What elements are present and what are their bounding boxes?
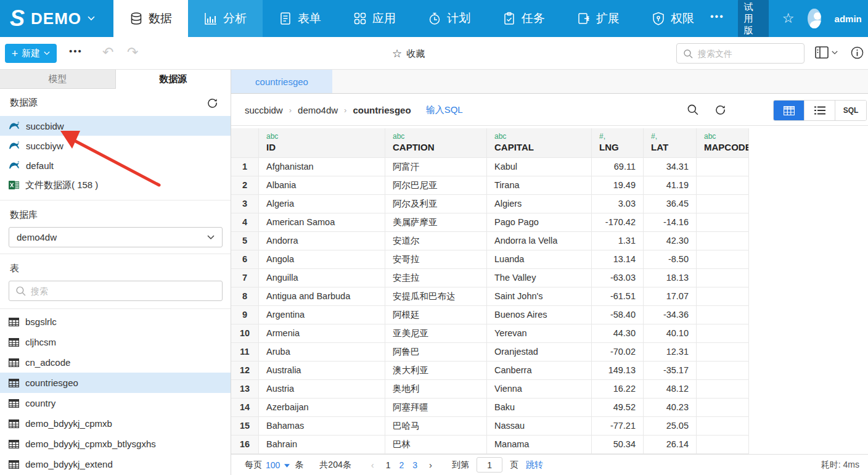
table-name: bsgslrlc: [25, 316, 57, 327]
table-row[interactable]: 13Austria奥地利Vienna16.2248.12: [231, 380, 749, 399]
nav-item-permission[interactable]: 权限: [636, 0, 710, 37]
per-page-select[interactable]: 100: [266, 460, 280, 470]
table-row[interactable]: 9Argentina阿根廷Buenos Aires-58.40-34.36: [231, 306, 749, 324]
row-number: 6: [231, 250, 259, 269]
undo-button[interactable]: ↶: [102, 44, 113, 60]
cell-caption: 阿根廷: [385, 306, 487, 324]
column-header-id[interactable]: abcID: [259, 128, 385, 158]
refresh-button[interactable]: [207, 97, 218, 109]
table-row[interactable]: 5Andorra安道尔Andorra la Vella1.3142.30: [231, 232, 749, 250]
table-row[interactable]: 7Anguilla安圭拉The Valley-63.0318.13: [231, 269, 749, 287]
breadcrumb-item-countriesgeo[interactable]: countriesgeo: [353, 105, 411, 115]
table-search-input[interactable]: [31, 286, 203, 296]
table-row[interactable]: 16Bahrain巴林Manama50.3426.14: [231, 436, 749, 454]
list-view-button[interactable]: [805, 101, 835, 120]
grid-view-button[interactable]: [774, 101, 805, 120]
column-header-lng[interactable]: #,LNG: [592, 128, 644, 158]
table-search-box[interactable]: [9, 281, 223, 301]
breadcrumb-item-demo4dw[interactable]: demo4dw: [298, 105, 338, 115]
goto-page-input[interactable]: [477, 457, 502, 473]
table-row[interactable]: 14Azerbaijan阿塞拜疆Baku49.5240.23: [231, 399, 749, 417]
enter-sql-link[interactable]: 输入SQL: [426, 104, 463, 116]
toolbar: + 新建 ••• ↶ ↷ ☆ 收藏: [0, 37, 868, 70]
info-button[interactable]: [851, 46, 864, 59]
logo-text: DEMO: [31, 9, 81, 28]
cell-lng: -170.42: [592, 213, 644, 232]
file-search-box[interactable]: [676, 43, 805, 64]
table-item-bsgslrlc[interactable]: bsgslrlc: [0, 312, 231, 332]
table-item-cljhcsm[interactable]: cljhcsm: [0, 332, 231, 352]
cell-capital: The Valley: [487, 269, 592, 287]
file-search-input[interactable]: [698, 49, 790, 59]
table-item-demo_bdyykj_cpmxb[interactable]: demo_bdyykj_cpmxb: [0, 413, 231, 434]
page-number-1[interactable]: 1: [382, 460, 395, 470]
breadcrumb-separator: ›: [289, 105, 292, 115]
redo-button[interactable]: ↷: [127, 44, 138, 60]
column-header-lat[interactable]: #,LAT: [644, 128, 697, 158]
toolbar-more-button[interactable]: •••: [69, 46, 83, 56]
column-header-caption[interactable]: abcCAPTION: [385, 128, 487, 158]
nav-item-form[interactable]: 表单: [263, 0, 337, 37]
cell-mapcode: [697, 361, 749, 380]
grid-search-button[interactable]: [687, 104, 698, 115]
sql-view-button[interactable]: SQL: [835, 101, 866, 120]
datasource-item--158-[interactable]: 文件数据源( 158 ): [0, 175, 231, 195]
table-row[interactable]: 8Antigua and Barbuda安提瓜和巴布达Saint John's-…: [231, 287, 749, 306]
table-row[interactable]: 6Angola安哥拉Luanda13.14-8.50: [231, 250, 749, 269]
breadcrumb-item-succbidw[interactable]: succbidw: [245, 105, 283, 115]
database-select[interactable]: demo4dw: [9, 227, 223, 247]
app-logo[interactable]: S DEMO: [0, 0, 106, 37]
datasource-item-succbiyw[interactable]: succbiyw: [0, 136, 231, 155]
chart-icon: [204, 12, 218, 25]
table-item-demo_bdyykj_extend[interactable]: demo_bdyykj_extend: [0, 454, 231, 474]
user-avatar[interactable]: [808, 9, 821, 28]
page-number-3[interactable]: 3: [408, 460, 422, 470]
cell-caption: 亚美尼亚: [385, 324, 487, 343]
cell-id: Aruba: [259, 343, 385, 361]
grid-view-icon: [784, 106, 795, 115]
nav-item-chart[interactable]: 分析: [188, 0, 263, 37]
table-row[interactable]: 15Bahamas巴哈马Nassau-77.2125.05: [231, 417, 749, 436]
data-grid: abcIDabcCAPTIONabcCAPITAL#,LNG#,LATabcMA…: [231, 128, 749, 454]
next-page-button[interactable]: ›: [425, 460, 436, 470]
favorite-button[interactable]: ☆ 收藏: [392, 47, 425, 60]
table-row[interactable]: 10Armenia亚美尼亚Yerevan44.3040.10: [231, 324, 749, 343]
grid-refresh-button[interactable]: [714, 104, 726, 115]
table-label: 表: [0, 254, 231, 279]
jump-button[interactable]: 跳转: [526, 460, 543, 471]
prev-page-button[interactable]: ‹: [367, 460, 378, 470]
cell-id: Anguilla: [259, 269, 385, 287]
table-row[interactable]: 12Australia澳大利亚Canberra149.13-35.17: [231, 361, 749, 380]
column-header-capital[interactable]: abcCAPITAL: [487, 128, 592, 158]
chevron-down-icon[interactable]: [284, 464, 290, 468]
table-item-country[interactable]: country: [0, 393, 231, 413]
cell-lng: -77.21: [592, 417, 644, 436]
page-number-2[interactable]: 2: [395, 460, 409, 470]
tab-countriesgeo[interactable]: countriesgeo: [231, 70, 332, 93]
cell-id: Angola: [259, 250, 385, 269]
tab-model[interactable]: 模型: [0, 70, 116, 89]
datasource-item-succbidw[interactable]: succbidw: [0, 116, 231, 136]
nav-item-plan[interactable]: 计划: [412, 0, 486, 37]
plan-icon: [428, 12, 441, 25]
nav-item-extension[interactable]: 扩展: [561, 0, 636, 37]
nav-item-apps[interactable]: 应用: [337, 0, 412, 37]
datasource-item-default[interactable]: default: [0, 155, 231, 175]
user-name[interactable]: admin: [835, 14, 862, 24]
table-item-cn_adcode[interactable]: cn_adcode: [0, 352, 231, 373]
table-row[interactable]: 3Algeria阿尔及利亚Algiers3.0336.45: [231, 195, 749, 213]
table-row[interactable]: 4American Samoa美属萨摩亚Pago Pago-170.42-14.…: [231, 213, 749, 232]
tab-datasource[interactable]: 数据源: [116, 70, 231, 89]
column-header-mapcode[interactable]: abcMAPCODE: [697, 128, 749, 158]
table-row[interactable]: 2Albania阿尔巴尼亚Tirana19.4941.19: [231, 176, 749, 195]
nav-more-button[interactable]: •••: [710, 11, 724, 26]
table-item-countriesgeo[interactable]: countriesgeo: [0, 373, 231, 393]
nav-item-database[interactable]: 数据: [113, 0, 188, 37]
table-item-demo_bdyykj_cpmxb_btlysgxhs[interactable]: demo_bdyykj_cpmxb_btlysgxhs: [0, 434, 231, 454]
table-row[interactable]: 1Afghanistan阿富汗Kabul69.1134.31: [231, 158, 749, 176]
new-button[interactable]: + 新建: [5, 44, 57, 63]
nav-item-task[interactable]: 任务: [486, 0, 561, 37]
table-row[interactable]: 11Aruba阿鲁巴Oranjestad-70.0212.31: [231, 343, 749, 361]
favorite-star-icon[interactable]: ☆: [782, 10, 795, 27]
layout-panel-toggle[interactable]: [815, 46, 838, 59]
